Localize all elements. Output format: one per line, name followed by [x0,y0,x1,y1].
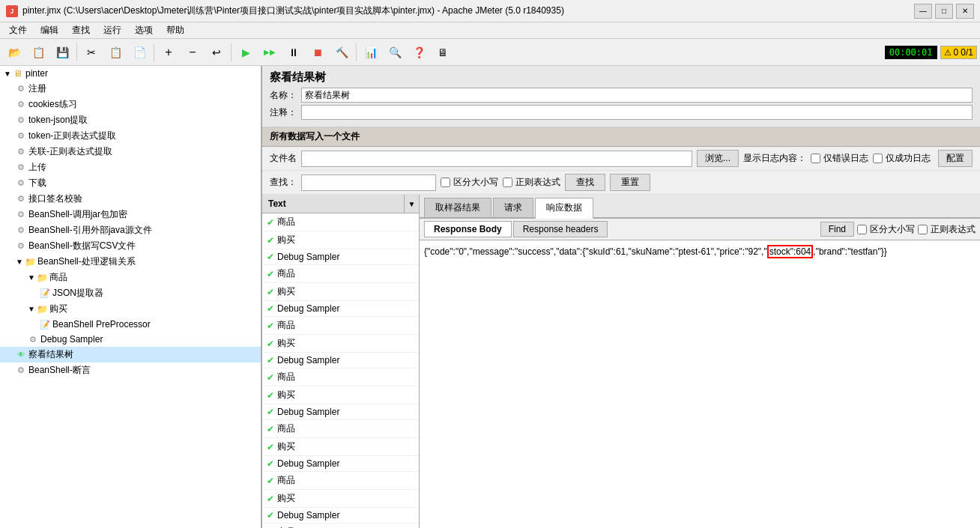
comment-input[interactable] [301,105,973,120]
expand-arrow-goods[interactable]: ▼ [27,273,36,282]
success-log-checkbox[interactable] [873,154,883,163]
list-item[interactable]: ✔ 购买 [262,386,419,404]
reset-button[interactable]: 重置 [610,174,650,191]
paste-button[interactable]: 📄 [128,42,151,63]
browse-button[interactable]: 浏览... [697,150,739,167]
tab-response[interactable]: 响应数据 [535,198,593,219]
list-item[interactable]: ✔ 商品 [262,317,419,335]
list-item[interactable]: ✔ Debug Sampler [262,456,419,472]
timer-display: 00:00:01 [885,46,937,59]
open-button[interactable]: 📂 [3,42,25,63]
save-button[interactable]: 💾 [51,42,73,63]
copy-button[interactable]: 📋 [104,42,127,63]
list-item[interactable]: ✔ 购买 [262,438,419,456]
file-input[interactable] [301,151,692,167]
help-button[interactable]: ❓ [408,42,430,63]
tree-item-result-tree[interactable]: 👁 察看结果树 [0,347,261,362]
find-btn[interactable]: Find [820,222,854,237]
tree-item-goods-folder[interactable]: ▼ 📁 商品 [0,270,261,285]
tree-label-token-regex: token-正则表达式提取 [28,130,116,142]
list-item[interactable]: ✔ 商品 [262,472,419,490]
find-case-sensitive-checkbox[interactable] [857,225,867,234]
list-item[interactable]: ✔ 商品 [262,265,419,283]
tree-item-beanshell-pre[interactable]: 📝 BeanShell PreProcessor [0,317,261,332]
menu-options[interactable]: 选项 [129,22,159,38]
tree-item-beanshell-logic[interactable]: ▼ 📁 BeanShell-处理逻辑关系 [0,254,261,270]
cut-button[interactable]: ✂ [80,42,103,63]
menu-help[interactable]: 帮助 [160,22,190,38]
tree-item-token-json[interactable]: ⚙ token-json提取 [0,112,261,128]
regex-checkbox[interactable] [503,177,512,187]
list-item[interactable]: ✔ 商品 [262,420,419,438]
list-item[interactable]: ✔ 商品 [262,368,419,386]
maximize-button[interactable]: □ [935,4,953,19]
name-input[interactable] [301,88,973,103]
report-button[interactable]: 📊 [360,42,382,63]
tree-item-debug-sampler[interactable]: ⚙ Debug Sampler [0,332,261,347]
config-button[interactable]: 配置 [938,150,973,167]
separator-3 [231,43,232,61]
tree-item-signature[interactable]: ⚙ 接口签名校验 [0,191,261,207]
remote-button[interactable]: 🖥 [432,42,454,63]
tree-item-json-extractor[interactable]: 📝 JSON提取器 [0,285,261,301]
find-regex-checkbox[interactable] [918,225,928,234]
sub-tab-response-headers[interactable]: Response headers [513,221,608,237]
case-sensitive-checkbox[interactable] [441,177,450,187]
search-input[interactable] [301,175,436,191]
tree-item-purchase-folder[interactable]: ▼ 📁 购买 [0,301,261,317]
tab-sampler-result[interactable]: 取样器结果 [424,198,491,217]
pause-button[interactable]: ⏸ [282,42,305,63]
menu-edit[interactable]: 编辑 [34,22,64,38]
folder-icon-goods: 📁 [36,272,48,284]
list-item[interactable]: ✔ Debug Sampler [262,249,419,265]
list-item[interactable]: ✔ Debug Sampler [262,301,419,317]
list-item[interactable]: ✔ 购买 [262,490,419,508]
tree-item-cookies[interactable]: ⚙ cookies练习 [0,97,261,112]
run-button[interactable]: ▶ [235,42,257,63]
sub-tab-response-body[interactable]: Response Body [424,221,512,237]
shutdown-button[interactable]: 🔨 [330,42,353,63]
menu-file[interactable]: 文件 [3,22,33,38]
rotate-button[interactable]: ↩ [205,42,228,63]
expand-arrow-purchase[interactable]: ▼ [27,305,36,314]
error-log-checkbox[interactable] [811,154,820,163]
list-item[interactable]: ✔ 商品 [262,524,419,528]
check-icon: ✔ [267,390,274,401]
tree-item-pinter[interactable]: ▼ 🖥 pinter [0,66,261,81]
tree-item-register[interactable]: ⚙ 注册 [0,81,261,97]
gear-icon-beanshell-assert: ⚙ [15,365,27,377]
list-item[interactable]: ✔ 商品 [262,213,419,231]
list-item[interactable]: ✔ 购买 [262,335,419,353]
tree-item-beanshell-java[interactable]: ⚙ BeanShell-引用外部java源文件 [0,222,261,238]
run-no-pause-button[interactable]: ▶▶ [258,42,281,63]
list-item[interactable]: ✔ Debug Sampler [262,508,419,524]
expand-arrow-beanshell-logic[interactable]: ▼ [15,258,24,267]
tab-request[interactable]: 请求 [493,198,533,217]
list-header-arrow[interactable]: ▼ [404,195,419,213]
list-item[interactable]: ✔ 购买 [262,231,419,249]
expand-button[interactable]: + [157,42,180,63]
tree-item-token-regex[interactable]: ⚙ token-正则表达式提取 [0,128,261,144]
detail-sub-tab-bar: Response Body Response headers Find 区分大小… [420,219,980,240]
list-header: Text ▼ [262,195,419,213]
tree-item-beanshell-jar[interactable]: ⚙ BeanShell-调用jar包加密 [0,207,261,222]
tree-item-upload[interactable]: ⚙ 上传 [0,160,261,175]
menu-run[interactable]: 运行 [97,22,127,38]
expand-arrow-pinter[interactable]: ▼ [3,69,12,78]
tree-item-beanshell-assert[interactable]: ⚙ BeanShell-断言 [0,362,261,378]
stop-button[interactable]: ⏹ [306,42,329,63]
collapse-button[interactable]: − [181,42,204,63]
gear-icon-token-json: ⚙ [15,115,27,127]
find-button[interactable]: 查找 [565,174,605,191]
save-template-button[interactable]: 📋 [27,42,49,63]
tree-item-relation-regex[interactable]: ⚙ 关联-正则表达式提取 [0,144,261,160]
search-button[interactable]: 🔍 [384,42,406,63]
tree-item-beanshell-csv[interactable]: ⚙ BeanShell-数据写CSV文件 [0,238,261,254]
list-item[interactable]: ✔ Debug Sampler [262,404,419,420]
minimize-button[interactable]: — [914,4,932,19]
menu-find[interactable]: 查找 [66,22,96,38]
tree-item-download[interactable]: ⚙ 下载 [0,175,261,191]
list-item[interactable]: ✔ 购买 [262,283,419,301]
close-button[interactable]: ✕ [956,4,974,19]
list-item[interactable]: ✔ Debug Sampler [262,353,419,368]
